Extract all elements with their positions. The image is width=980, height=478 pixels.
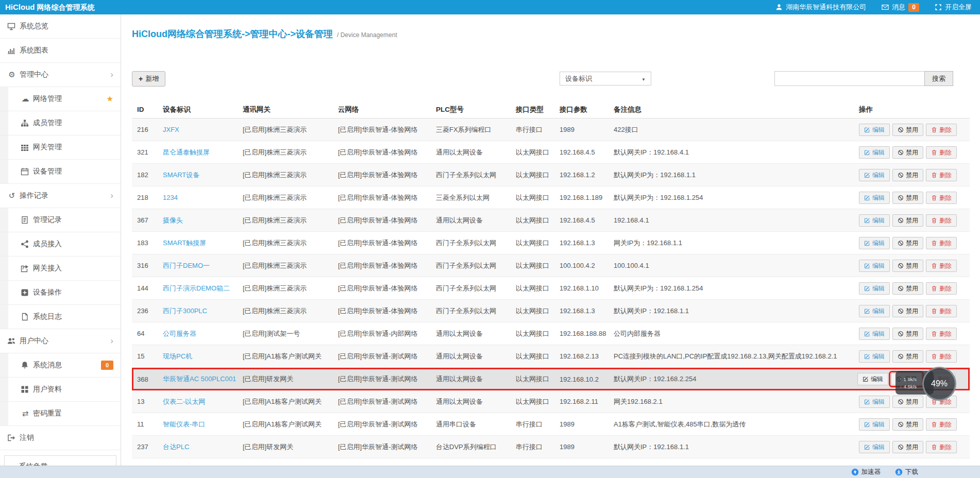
disable-button[interactable]: 禁用 [892,169,923,181]
disable-button[interactable]: 禁用 [892,282,923,295]
messages-menu[interactable]: 消息 0 [882,3,919,12]
sidebar-item-成员管理[interactable]: 成员管理 [0,111,121,135]
filter-field-select[interactable]: 设备标识 [560,72,651,86]
delete-button[interactable]: 删除 [926,260,957,272]
sidebar-item-密码重置[interactable]: ⇄密码重置 [0,402,121,426]
device-name-link[interactable]: 现场PC机 [163,352,243,361]
edit-button[interactable]: 编辑 [859,350,890,363]
delete-button[interactable]: 删除 [926,418,957,431]
delete-button[interactable]: 删除 [926,282,957,295]
edit-button[interactable]: 编辑 [857,373,888,385]
disable-button[interactable]: 禁用 [892,192,923,204]
edit-button[interactable]: 编辑 [859,260,890,272]
sidebar-item-成员接入[interactable]: 成员接入 [0,232,121,257]
device-name-link[interactable]: 摄像头 [163,216,243,225]
device-name-link[interactable]: 1234 [163,194,243,201]
edit-button[interactable]: 编辑 [859,146,890,159]
sidebar-item-管理记录[interactable]: 管理记录 [0,208,121,232]
device-name-link[interactable]: 西门子DEMO一 [163,261,243,270]
fullscreen-button[interactable]: 开启全屏 [935,3,972,12]
sidebar-item-网关管理[interactable]: 网关管理 [0,135,121,160]
device-name-link[interactable]: SMART设备 [163,170,243,180]
device-name-link[interactable]: JXFX [163,126,243,133]
pencil-icon [864,263,870,269]
edit-button[interactable]: 编辑 [859,328,890,340]
add-device-button[interactable]: 新增 [132,71,165,87]
sidebar-item-系统图表[interactable]: 系统图表 [0,39,121,63]
disable-button[interactable]: 禁用 [892,418,923,431]
sidebar-item-操作记录[interactable]: ↺操作记录 [0,184,121,208]
delete-button[interactable]: 删除 [926,237,957,249]
chevron-right-icon [110,336,113,346]
disable-button[interactable]: 禁用 [892,305,923,317]
delete-button[interactable]: 删除 [926,328,957,340]
delete-button[interactable]: 删除 [926,146,957,159]
sidebar-item-设备操作[interactable]: 设备操作 [0,281,121,305]
delete-button[interactable]: 删除 [926,441,957,453]
edit-button[interactable]: 编辑 [859,305,890,317]
device-name-link[interactable]: 台达PLC [163,442,243,452]
edit-button[interactable]: 编辑 [859,441,890,453]
ban-icon [898,127,904,133]
disable-button[interactable]: 禁用 [892,214,923,227]
sidebar-item-管理中心[interactable]: ⚙管理中心 [0,63,121,87]
bottombar-item-加速器[interactable]: 加速器 [851,468,881,476]
percent-circle[interactable]: 49% [922,367,956,401]
device-name-link[interactable]: 西门子300PLC [163,306,243,316]
delete-button[interactable]: 删除 [926,305,957,317]
bottombar-item-下载[interactable]: 下载 [895,468,918,476]
delete-button[interactable]: 删除 [926,350,957,363]
brand-subtitle: 网络综合管理系统 [37,3,95,12]
device-name-link[interactable]: SMART触摸屏 [163,238,243,248]
sidebar-item-网络管理[interactable]: ☁网络管理 [0,87,121,111]
device-name-link[interactable]: 智能仪表-串口 [163,420,243,429]
disable-button-label: 禁用 [906,353,918,360]
delete-button[interactable]: 删除 [926,214,957,227]
edit-button-label: 编辑 [872,262,885,269]
edit-button[interactable]: 编辑 [859,192,890,204]
disable-button[interactable]: 禁用 [892,328,923,340]
company-menu[interactable]: 湖南华辰智通科技有限公司 [775,3,866,12]
edit-button[interactable]: 编辑 [859,282,890,295]
main-content: HiCloud网络综合管理系统->管理中心->设备管理 / Device Man… [122,0,980,458]
sidebar-item-label: 注销 [20,433,34,442]
disable-button[interactable]: 禁用 [892,260,923,272]
edit-button[interactable]: 编辑 [859,418,890,431]
disable-button[interactable]: 禁用 [892,237,923,249]
device-name-link[interactable]: 西门子演示DEMO箱二 [163,284,243,293]
delete-button[interactable]: 删除 [926,192,957,204]
speed-overlay-widget[interactable]: 1.9k/s 4.5k/s 49% [895,367,957,402]
disable-button[interactable]: 禁用 [892,124,923,136]
edit-button[interactable]: 编辑 [859,214,890,227]
device-name-link[interactable]: 公司服务器 [163,329,243,338]
disable-button[interactable]: 禁用 [892,350,923,363]
cell-actions: 编辑禁用删除 [859,169,970,181]
sidebar-item-系统消息[interactable]: 系统消息0 [0,353,121,378]
device-name-link[interactable]: 昆仑通泰触摸屏 [163,148,243,157]
sidebar-item-用户中心[interactable]: 用户中心 [0,329,121,353]
sidebar-item-用户资料[interactable]: 用户资料 [0,378,121,402]
sign-out-icon [7,434,15,442]
cell-gateway: [已启用]A1栋客户测试网关 [243,352,338,361]
search-input[interactable] [774,71,925,86]
delete-button[interactable]: 删除 [926,124,957,136]
delete-button[interactable]: 删除 [926,169,957,181]
device-name-link[interactable]: 仪表二-以太网 [163,397,243,406]
cell-remark: 网关IP为：192.168.1.1 [614,238,859,248]
disable-button[interactable]: 禁用 [892,146,923,159]
cell-gateway: [已启用]株洲三菱演示 [243,193,338,202]
device-name-link[interactable]: 华辰智通AC 500PLC001 [163,374,243,384]
edit-button[interactable]: 编辑 [859,169,890,181]
edit-button[interactable]: 编辑 [859,124,890,136]
sidebar-item-系统总览[interactable]: 系统总览 [0,14,121,39]
sidebar-item-系统日志[interactable]: 系统日志 [0,305,121,329]
edit-button[interactable]: 编辑 [859,237,890,249]
sidebar-item-设备管理[interactable]: 设备管理 [0,160,121,184]
users-icon [7,337,15,345]
sidebar-item-网关接入[interactable]: 网关接入 [0,257,121,281]
search-button[interactable]: 搜索 [924,71,953,86]
sidebar-item-注销[interactable]: 注销 [0,426,121,450]
edit-button[interactable]: 编辑 [859,396,890,408]
disable-button[interactable]: 禁用 [892,441,923,453]
sidebar-item-label: 设备操作 [33,288,62,297]
